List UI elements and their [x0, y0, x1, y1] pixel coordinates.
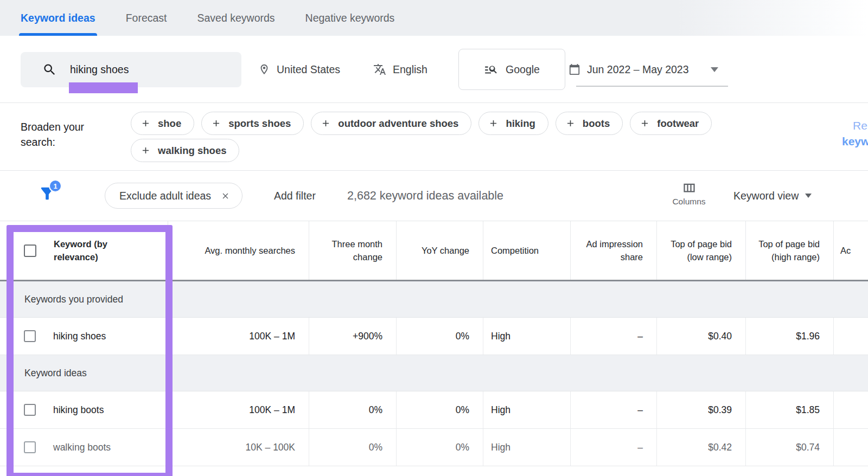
- filter-count-badge: 1: [49, 179, 62, 192]
- top-bid-high-cell: $1.96: [746, 318, 834, 355]
- table-header-row: Keyword (by relevance) Avg. monthly sear…: [0, 221, 868, 281]
- chevron-down-icon: [711, 67, 718, 72]
- chip-sports-shoes[interactable]: sports shoes: [201, 112, 304, 135]
- three-month-change-cell: +900%: [309, 318, 397, 355]
- language-selector[interactable]: English: [373, 36, 427, 103]
- tab-negative-keywords[interactable]: Negative keywords: [305, 0, 395, 36]
- network-label: Google: [506, 63, 540, 76]
- tab-keyword-ideas[interactable]: Keyword ideas: [21, 0, 95, 36]
- keyword-text: walking boots: [53, 442, 111, 453]
- three-month-change-cell: 0%: [309, 429, 397, 466]
- search-query-text: hiking shoes: [70, 63, 129, 76]
- plus-icon: [640, 118, 650, 128]
- filter-bar: 1 Exclude adult ideas Add filter 2,682 k…: [0, 171, 868, 221]
- results-summary: 2,682 keyword ideas available: [347, 171, 503, 221]
- language-label: English: [393, 63, 427, 76]
- annotation-purple-underline: [69, 82, 138, 93]
- refine-keywords-link-cutoff[interactable]: keyw: [842, 135, 868, 148]
- header-keyword: Keyword (by relevance): [0, 221, 168, 280]
- broaden-chip-list: shoe sports shoes outdoor adventure shoe…: [131, 112, 736, 162]
- add-filter-button[interactable]: Add filter: [274, 171, 316, 221]
- header-avg-monthly-searches[interactable]: Avg. monthly searches: [168, 221, 309, 280]
- header-yoy-change[interactable]: YoY change: [397, 221, 483, 280]
- header-keyword-label: Keyword (by relevance): [54, 237, 135, 263]
- cutoff-cell: [834, 391, 868, 428]
- columns-button[interactable]: Columns: [667, 181, 711, 207]
- cutoff-cell: [834, 429, 868, 466]
- table-row-hiking-boots[interactable]: hiking boots 100K – 1M 0% 0% High – $0.3…: [0, 391, 868, 429]
- chip-walking-shoes[interactable]: walking shoes: [131, 139, 239, 162]
- broaden-search-section: Broaden your search: shoe sports shoes o…: [0, 103, 868, 171]
- keyword-cell: walking boots: [0, 429, 168, 466]
- row-checkbox[interactable]: [24, 330, 36, 342]
- chip-hiking[interactable]: hiking: [478, 112, 548, 135]
- plus-icon: [141, 118, 151, 128]
- header-competition[interactable]: Competition: [483, 221, 571, 280]
- location-selector[interactable]: United States: [258, 36, 340, 103]
- select-all-checkbox[interactable]: [24, 245, 36, 257]
- tab-negative-keywords-label: Negative keywords: [305, 12, 395, 24]
- keyword-text: hiking boots: [53, 404, 104, 416]
- broaden-search-label: Broaden your search:: [21, 119, 84, 150]
- keyword-view-label: Keyword view: [733, 190, 799, 202]
- network-selector[interactable]: Google: [458, 49, 565, 90]
- keyword-view-selector[interactable]: Keyword view: [733, 171, 812, 221]
- keyword-text: hiking shoes: [53, 331, 106, 342]
- row-checkbox[interactable]: [24, 404, 36, 416]
- translate-icon: [373, 63, 386, 76]
- close-icon[interactable]: [221, 191, 230, 201]
- header-top-bid-high[interactable]: Top of page bid (high range): [746, 221, 834, 280]
- manage-search-icon: [484, 62, 498, 76]
- chip-shoe[interactable]: shoe: [131, 112, 194, 135]
- tab-forecast[interactable]: Forecast: [126, 0, 167, 36]
- top-bid-low-cell: $0.40: [657, 318, 746, 355]
- partial-next-row: [0, 466, 868, 475]
- row-checkbox[interactable]: [24, 441, 36, 453]
- calendar-icon: [569, 63, 580, 75]
- location-pin-icon: [258, 63, 270, 75]
- yoy-change-cell: 0%: [397, 318, 483, 355]
- keyword-cell: hiking boots: [0, 391, 168, 428]
- keyword-results-table: Keyword (by relevance) Avg. monthly sear…: [0, 221, 868, 475]
- yoy-change-cell: 0%: [397, 429, 483, 466]
- active-filter-label: Exclude adult ideas: [119, 190, 211, 202]
- date-range-label: Jun 2022 – May 2023: [587, 63, 689, 76]
- chevron-down-icon: [805, 194, 812, 198]
- ad-impression-share-cell: –: [571, 318, 657, 355]
- tab-saved-keywords-label: Saved keywords: [197, 12, 275, 24]
- tab-forecast-label: Forecast: [126, 12, 167, 24]
- keyword-cell: hiking shoes: [0, 318, 168, 355]
- tab-bar: Keyword ideas Forecast Saved keywords Ne…: [0, 0, 868, 36]
- plus-icon: [211, 118, 221, 128]
- date-range-underline: [576, 86, 728, 87]
- header-three-month-change[interactable]: Three month change: [309, 221, 397, 280]
- table-row-walking-boots[interactable]: walking boots 10K – 100K 0% 0% High – $0…: [0, 429, 868, 466]
- location-label: United States: [277, 63, 340, 76]
- top-bid-low-cell: $0.39: [657, 391, 746, 428]
- competition-cell: High: [483, 391, 571, 428]
- three-month-change-cell: 0%: [309, 391, 397, 428]
- plus-icon: [141, 145, 151, 156]
- chip-outdoor-adventure-shoes[interactable]: outdoor adventure shoes: [311, 112, 471, 135]
- ad-impression-share-cell: –: [571, 391, 657, 428]
- chip-footwear[interactable]: footwear: [630, 112, 712, 135]
- columns-label: Columns: [667, 197, 711, 207]
- chip-boots[interactable]: boots: [556, 112, 623, 135]
- header-top-bid-low[interactable]: Top of page bid (low range): [657, 221, 746, 280]
- competition-cell: High: [483, 429, 571, 466]
- tab-keyword-ideas-label: Keyword ideas: [21, 12, 95, 24]
- active-filter-chip[interactable]: Exclude adult ideas: [105, 183, 242, 209]
- plus-icon: [565, 118, 576, 128]
- cutoff-cell: [834, 318, 868, 355]
- columns-icon: [682, 181, 697, 195]
- header-ad-impression-share[interactable]: Ad impression share: [571, 221, 657, 280]
- filter-funnel-button[interactable]: 1: [38, 184, 60, 208]
- avg-monthly-searches-cell: 10K – 100K: [168, 429, 309, 466]
- date-range-selector[interactable]: Jun 2022 – May 2023: [569, 36, 718, 103]
- section-keyword-ideas: Keyword ideas: [0, 355, 868, 391]
- tab-saved-keywords[interactable]: Saved keywords: [197, 0, 275, 36]
- table-row-hiking-shoes[interactable]: hiking shoes 100K – 1M +900% 0% High – $…: [0, 318, 868, 355]
- competition-cell: High: [483, 318, 571, 355]
- refine-keywords-link-cutoff[interactable]: Re: [853, 119, 867, 132]
- search-icon: [42, 62, 57, 77]
